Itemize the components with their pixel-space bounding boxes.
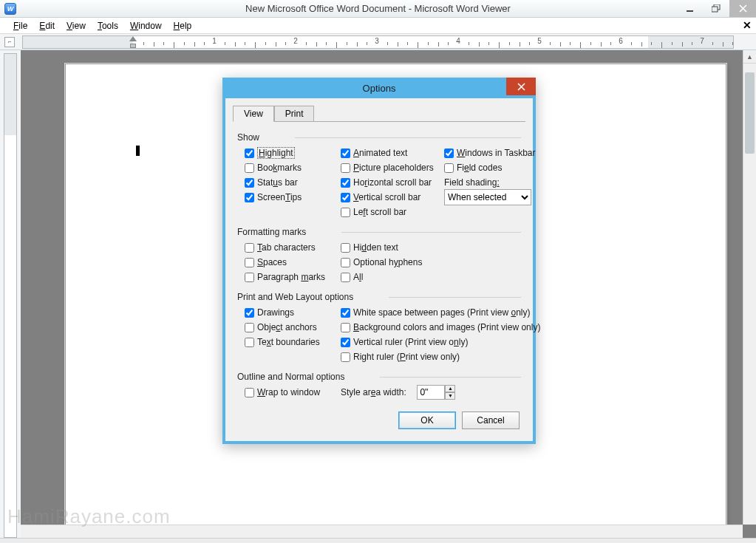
ruler-number: 3 bbox=[375, 37, 379, 45]
ruler-corner[interactable]: ⌐ bbox=[4, 37, 15, 47]
scroll-thumb[interactable] bbox=[745, 72, 755, 154]
ruler-number: 5 bbox=[537, 37, 542, 45]
svg-rect-0 bbox=[687, 10, 693, 12]
chk-animated-text[interactable]: Animated text bbox=[341, 146, 444, 160]
spin-down-icon[interactable]: ▼ bbox=[445, 392, 455, 400]
text-cursor bbox=[136, 146, 140, 156]
dialog-close-button[interactable] bbox=[506, 78, 536, 95]
horizontal-ruler[interactable]: 1234567 bbox=[22, 35, 734, 49]
style-area-width-label: Style area width: bbox=[341, 387, 406, 397]
menu-file[interactable]: File bbox=[7, 19, 33, 33]
ruler-number: 4 bbox=[456, 37, 460, 45]
style-area-width-input[interactable]: ▲ ▼ bbox=[417, 385, 455, 400]
close-icon bbox=[517, 83, 525, 91]
dialog-button-row: OK Cancel bbox=[233, 406, 525, 435]
restore-icon bbox=[712, 4, 721, 13]
chk-all[interactable]: All bbox=[341, 270, 540, 284]
ruler-bar: ⌐ 1234567 bbox=[0, 34, 756, 50]
cancel-button[interactable]: Cancel bbox=[462, 411, 520, 429]
menubar: File Edit View Tools Window Help ✕ bbox=[0, 18, 756, 34]
chk-right-ruler[interactable]: Right ruler (Print view only) bbox=[341, 349, 540, 364]
horizontal-scrollbar[interactable] bbox=[21, 525, 743, 538]
chk-picture-placeholders[interactable]: Picture placeholders bbox=[341, 160, 444, 175]
minimize-icon bbox=[686, 4, 694, 13]
chk-screentips[interactable]: ScreenTips bbox=[245, 190, 341, 205]
chk-hidden-text[interactable]: Hidden text bbox=[341, 240, 540, 255]
close-icon bbox=[739, 4, 747, 13]
chk-vertical-scroll[interactable]: Vertical scroll bar bbox=[341, 190, 444, 205]
chk-paragraph-marks[interactable]: Paragraph marks bbox=[245, 270, 341, 284]
first-line-indent-icon[interactable] bbox=[129, 36, 137, 41]
dialog-titlebar[interactable]: Options bbox=[222, 78, 536, 98]
ruler-number: 1 bbox=[212, 37, 217, 45]
app-icon: W bbox=[4, 3, 16, 15]
chk-field-codes[interactable]: Field codes bbox=[444, 160, 548, 175]
tab-print[interactable]: Print bbox=[274, 106, 315, 121]
chk-left-scroll[interactable]: Left scroll bar bbox=[341, 205, 444, 219]
chk-highlight[interactable]: Highlight bbox=[245, 146, 341, 160]
chk-status-bar[interactable]: Status bar bbox=[245, 175, 341, 190]
dialog-tabstrip: View Print bbox=[233, 104, 525, 122]
titlebar: W New Microsoft Office Word Document - M… bbox=[0, 0, 756, 18]
chk-bookmarks[interactable]: Bookmarks bbox=[245, 160, 341, 175]
menu-window[interactable]: Window bbox=[124, 19, 168, 33]
field-shading-select[interactable]: When selected bbox=[444, 189, 531, 205]
style-area-width-row: Style area width: ▲ ▼ bbox=[341, 385, 540, 400]
group-outline-label: Outline and Normal options bbox=[237, 372, 344, 382]
hanging-indent-icon[interactable] bbox=[130, 44, 136, 48]
ruler-number: 2 bbox=[293, 37, 298, 45]
group-print-web-label: Print and Web Layout options bbox=[237, 292, 353, 302]
statusbar: Page 1 Sec 1 1/1 At 1" Ln 1 Col 1 bbox=[0, 538, 756, 543]
field-shading-label: Field shading: bbox=[444, 175, 548, 190]
tab-view[interactable]: View bbox=[233, 106, 274, 122]
ruler-number: 6 bbox=[619, 37, 623, 45]
spin-up-icon[interactable]: ▲ bbox=[445, 385, 455, 392]
chk-background-colors[interactable]: Background colors and images (Print view… bbox=[341, 320, 540, 335]
group-show-label: Show bbox=[237, 132, 259, 143]
chk-optional-hyphens[interactable]: Optional hyphens bbox=[341, 255, 540, 270]
svg-rect-2 bbox=[712, 7, 718, 12]
window-title: New Microsoft Office Word Document - Mic… bbox=[0, 3, 756, 14]
ruler-number: 7 bbox=[700, 37, 704, 45]
scroll-up-icon[interactable]: ▲ bbox=[743, 50, 756, 64]
menu-view[interactable]: View bbox=[61, 19, 92, 33]
options-dialog: Options View Print Show Highlight Animat… bbox=[222, 78, 536, 444]
chk-tab-characters[interactable]: Tab characters bbox=[245, 240, 341, 255]
chk-horizontal-scroll[interactable]: Horizontal scroll bar bbox=[341, 175, 444, 190]
chk-drawings[interactable]: Drawings bbox=[245, 305, 341, 320]
menu-tools[interactable]: Tools bbox=[92, 19, 124, 33]
chk-white-space[interactable]: White space between pages (Print view on… bbox=[341, 305, 540, 320]
group-formatting-label: Formatting marks bbox=[237, 227, 306, 237]
tab-panel-view: Show Highlight Animated text Windows in … bbox=[233, 125, 525, 406]
ok-button[interactable]: OK bbox=[398, 411, 456, 429]
field-shading-select-wrap: When selected bbox=[444, 190, 548, 205]
maximize-button[interactable] bbox=[703, 0, 729, 17]
vertical-ruler[interactable] bbox=[4, 53, 17, 538]
minimize-button[interactable] bbox=[676, 0, 703, 17]
close-window-button[interactable] bbox=[729, 0, 756, 17]
dialog-title: Options bbox=[363, 83, 396, 94]
menu-edit[interactable]: Edit bbox=[33, 19, 61, 33]
chk-windows-in-taskbar[interactable]: Windows in Taskbar bbox=[444, 146, 548, 160]
menu-help[interactable]: Help bbox=[168, 19, 198, 33]
chk-vertical-ruler[interactable]: Vertical ruler (Print view only) bbox=[341, 335, 540, 349]
chk-wrap-to-window[interactable]: Wrap to window bbox=[245, 385, 341, 400]
chk-text-boundaries[interactable]: Text boundaries bbox=[245, 335, 341, 349]
chk-object-anchors[interactable]: Object anchors bbox=[245, 320, 341, 335]
vertical-scrollbar[interactable]: ▲ bbox=[743, 50, 756, 525]
close-document-button[interactable]: ✕ bbox=[743, 19, 752, 31]
chk-spaces[interactable]: Spaces bbox=[245, 255, 341, 270]
